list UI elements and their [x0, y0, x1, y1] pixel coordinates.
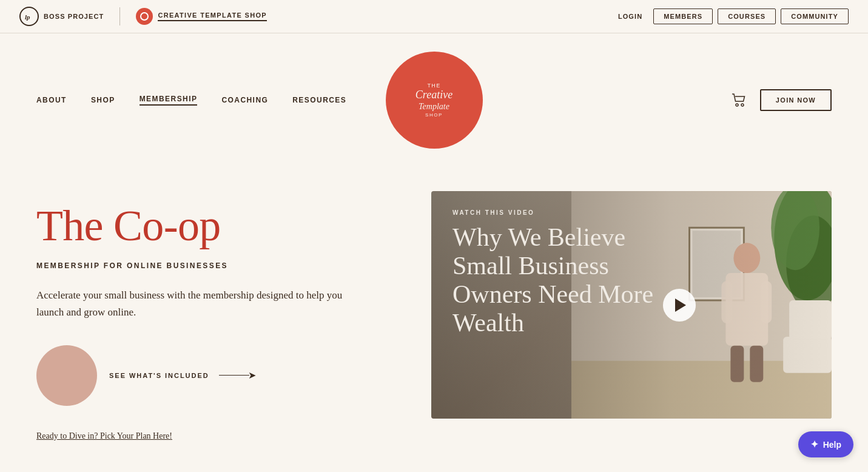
nav-membership[interactable]: MEMBERSHIP — [140, 95, 198, 106]
see-included-label: SEE WHAT'S INCLUDED — [109, 372, 209, 379]
help-label: Help — [823, 440, 841, 450]
hero-title: The Co-op — [36, 203, 395, 249]
logo-center[interactable]: THE Creative Template Shop — [386, 52, 483, 149]
topnav-courses[interactable]: COURSES — [718, 8, 776, 24]
svg-point-2 — [741, 104, 744, 106]
logo-creative: Creative — [415, 89, 453, 102]
boss-project-logo[interactable]: lp BOSS PROJECT — [19, 7, 104, 26]
nav-shop[interactable]: SHOP — [91, 96, 115, 104]
logo-the: THE — [427, 83, 440, 89]
topnav-community[interactable]: COMMUNITY — [781, 8, 849, 24]
video-container[interactable]: WATCH THIS VIDEO Why We Believe Small Bu… — [431, 191, 832, 419]
help-icon: ✦ — [810, 439, 818, 450]
topnav-members[interactable]: MEMBERS — [653, 8, 713, 24]
main-nav-left: ABOUT SHOP MEMBERSHIP COACHING RESOURCES — [36, 95, 346, 106]
hero-left: The Co-op MEMBERSHIP FOR ONLINE BUSINESS… — [36, 191, 395, 441]
nav-about[interactable]: ABOUT — [36, 96, 67, 104]
arrow-head-icon: ➤ — [248, 369, 256, 381]
top-bar-right: LOGIN MEMBERS COURSES COMMUNITY — [612, 8, 849, 24]
logo-template: Template — [419, 102, 449, 111]
topnav-login[interactable]: LOGIN — [612, 9, 648, 24]
creative-template-shop-link[interactable]: CREATIVE TEMPLATE SHOP — [136, 8, 267, 25]
main-nav: ABOUT SHOP MEMBERSHIP COACHING RESOURCES… — [0, 33, 868, 167]
boss-project-label: BOSS PROJECT — [44, 13, 104, 20]
hero-section: The Co-op MEMBERSHIP FOR ONLINE BUSINESS… — [0, 167, 868, 465]
svg-point-1 — [736, 104, 738, 106]
arrow-shaft — [219, 375, 249, 376]
video-title: Why We Believe Small Business Owners Nee… — [453, 223, 683, 337]
play-button[interactable] — [663, 289, 696, 322]
brand-logo: THE Creative Template Shop — [386, 52, 483, 149]
watch-now-text: WATCH NOW: If you're watching on mobile,… — [0, 465, 868, 472]
play-triangle-icon — [675, 298, 686, 312]
pick-plan-link[interactable]: Ready to Dive in? Pick Your Plan Here! — [36, 431, 172, 440]
main-nav-right: JOIN NOW — [731, 89, 832, 111]
logo-shop: Shop — [425, 112, 443, 118]
video-text-content: WATCH THIS VIDEO Why We Believe Small Bu… — [431, 191, 704, 356]
nav-coaching[interactable]: COACHING — [221, 96, 268, 104]
hero-description: Accelerate your small business with the … — [36, 287, 352, 321]
cts-icon-inner — [140, 12, 149, 21]
see-included-area[interactable]: SEE WHAT'S INCLUDED ➤ — [36, 345, 395, 406]
svg-text:lp: lp — [25, 13, 30, 21]
nav-resources[interactable]: RESOURCES — [292, 96, 346, 104]
see-included-arrow: SEE WHAT'S INCLUDED ➤ — [109, 369, 256, 381]
help-button[interactable]: ✦ Help — [798, 431, 853, 457]
see-included-circle — [36, 345, 97, 406]
cart-icon[interactable] — [731, 93, 748, 107]
top-bar: lp BOSS PROJECT CREATIVE TEMPLATE SHOP L… — [0, 0, 868, 33]
bp-icon: lp — [19, 7, 39, 26]
watch-label: WATCH THIS VIDEO — [453, 209, 683, 216]
hero-subtitle: MEMBERSHIP FOR ONLINE BUSINESSES — [36, 261, 395, 270]
creative-template-label: CREATIVE TEMPLATE SHOP — [158, 12, 267, 21]
top-bar-divider — [119, 7, 120, 25]
top-bar-left: lp BOSS PROJECT CREATIVE TEMPLATE SHOP — [19, 7, 267, 26]
join-now-button[interactable]: JOIN NOW — [760, 89, 832, 111]
cts-logo-icon — [136, 8, 153, 25]
hero-right: WATCH THIS VIDEO Why We Believe Small Bu… — [431, 191, 832, 419]
